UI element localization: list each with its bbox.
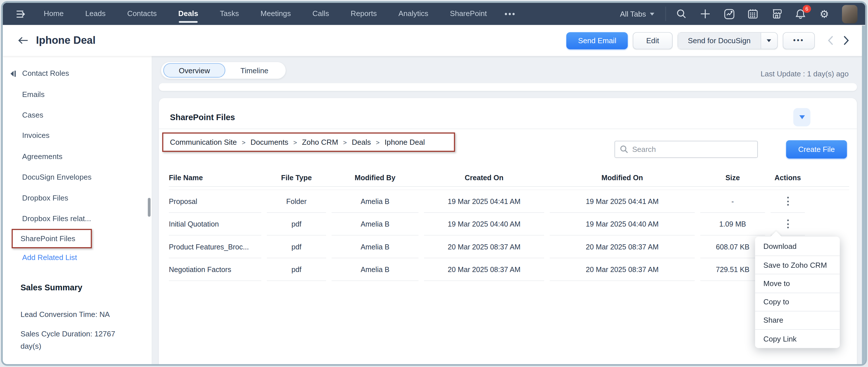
sidebar-scrollbar[interactable] — [148, 198, 151, 217]
row-actions-icon[interactable] — [782, 194, 794, 208]
file-type: pdf — [267, 213, 326, 235]
breadcrumb-documents[interactable]: Documents — [251, 138, 288, 146]
docusign-dropdown-toggle[interactable] — [761, 32, 777, 48]
sidebar-item-label: Dropbox Files — [22, 194, 68, 202]
file-name[interactable]: Product Features_Broc... — [169, 235, 261, 258]
file-search — [615, 141, 758, 158]
tab-timeline[interactable]: Timeline — [225, 63, 283, 78]
lead-conversion-time: Lead Conversion Time: NA — [21, 310, 152, 319]
breadcrumb-communication-site[interactable]: Communication Site — [170, 138, 237, 146]
breadcrumb-zoho-crm[interactable]: Zoho CRM — [302, 138, 338, 146]
view-tabs: Overview Timeline — [161, 62, 286, 79]
menu-item-move-to[interactable]: Move to — [755, 274, 840, 292]
nav-divider — [665, 7, 666, 21]
next-record-icon[interactable] — [842, 35, 850, 46]
table-row[interactable]: Initial Quotation pdf Amelia B 19 Mar 20… — [169, 213, 857, 235]
sidebar-item-label: SharePoint Files — [21, 234, 75, 243]
sidebar-item-invoices[interactable]: Invoices — [3, 125, 152, 146]
sidebar-item-docusign-envelopes[interactable]: DocuSign Envelopes — [3, 167, 152, 187]
nav-collapse-icon[interactable] — [15, 8, 27, 20]
breadcrumb-separator: > — [376, 139, 380, 145]
sidebar-item-cases[interactable]: Cases — [3, 105, 152, 125]
previous-record-icon[interactable] — [827, 35, 834, 46]
col-created-on: Created On — [424, 170, 544, 185]
signals-icon[interactable] — [723, 8, 735, 20]
avatar[interactable] — [842, 5, 858, 23]
breadcrumb-iphone-deal[interactable]: Iphone Deal — [384, 138, 425, 146]
nav-item-contacts[interactable]: Contacts — [127, 3, 157, 25]
more-actions-button[interactable]: ••• — [782, 32, 815, 49]
sidebar-item-dropbox-files[interactable]: Dropbox Files — [3, 188, 152, 208]
file-name[interactable]: Proposal — [169, 190, 261, 213]
sidebar-item-label: Dropbox Files relat... — [22, 215, 91, 223]
file-name[interactable]: Negotiation Factors — [169, 258, 261, 281]
table-row[interactable]: Proposal Folder Amelia B 19 Mar 2025 04:… — [169, 190, 857, 213]
screen: Home Leads Contacts Deals Tasks Meetings… — [0, 0, 868, 367]
section-title: SharePoint Files — [170, 112, 235, 122]
all-tabs-dropdown[interactable]: All Tabs — [620, 10, 654, 18]
col-file-name: File Name — [169, 170, 261, 185]
menu-item-save-to-zoho-crm[interactable]: Save to Zoho CRM — [755, 256, 840, 274]
search-input[interactable] — [632, 145, 757, 153]
breadcrumb-separator: > — [343, 139, 347, 145]
notifications-icon[interactable]: 6 — [795, 8, 806, 20]
nav-item-leads[interactable]: Leads — [85, 3, 105, 25]
nav-right-cluster: All Tabs — [620, 5, 858, 23]
menu-item-copy-to[interactable]: Copy to — [755, 292, 840, 311]
window-scrollbar[interactable] — [862, 25, 865, 364]
collapse-panel-icon — [10, 70, 16, 77]
menu-item-copy-link[interactable]: Copy Link — [755, 329, 840, 347]
sales-summary-title: Sales Summary — [21, 283, 152, 292]
search-icon[interactable] — [676, 8, 687, 20]
chevron-down-icon — [799, 115, 805, 119]
chevron-down-icon — [650, 12, 655, 16]
send-email-button[interactable]: Send Email — [566, 32, 628, 49]
table-row[interactable]: Negotiation Factors pdf Amelia B 20 Mar … — [169, 258, 857, 281]
table-header: File Name File Type Modified By Created … — [169, 170, 857, 185]
nav-item-deals[interactable]: Deals — [178, 3, 198, 25]
nav-item-calls[interactable]: Calls — [313, 3, 329, 25]
created-on: 20 Mar 2025 08:37 AM — [424, 235, 544, 258]
previous-card-edge — [159, 83, 857, 91]
modified-by: Amelia B — [332, 258, 418, 281]
nav-item-reports[interactable]: Reports — [350, 3, 377, 25]
tab-overview[interactable]: Overview — [163, 63, 226, 78]
add-related-list-link[interactable]: Add Related List — [22, 253, 77, 262]
nav-item-home[interactable]: Home — [44, 3, 64, 25]
settings-icon[interactable]: ⚙ — [819, 8, 830, 20]
sidebar-item-sharepoint-files[interactable]: SharePoint Files — [12, 229, 92, 248]
nav-item-meetings[interactable]: Meetings — [260, 3, 291, 25]
nav-item-tasks[interactable]: Tasks — [220, 3, 239, 25]
body: Contact Roles Emails Cases Invoices Agre… — [3, 56, 865, 364]
back-arrow-icon[interactable] — [16, 34, 29, 47]
nav-item-sharepoint[interactable]: SharePoint — [450, 3, 487, 25]
record-header: Iphone Deal Send Email Edit Send for Doc… — [3, 25, 865, 56]
sidebar-item-contact-roles[interactable]: Contact Roles — [3, 63, 152, 84]
file-name[interactable]: Initial Quotation — [169, 213, 261, 235]
nav-item-analytics[interactable]: Analytics — [398, 3, 428, 25]
sidebar-item-dropbox-files-related[interactable]: Dropbox Files relat... — [3, 208, 152, 229]
create-file-button[interactable]: Create File — [786, 140, 847, 159]
nav-overflow-icon[interactable]: ••• — [504, 9, 516, 18]
marketplace-icon[interactable] — [771, 8, 782, 20]
app-window: Home Leads Contacts Deals Tasks Meetings… — [1, 1, 867, 366]
edit-button[interactable]: Edit — [633, 32, 672, 49]
table-row[interactable]: Product Features_Broc... pdf Amelia B 20… — [169, 235, 857, 258]
sidebar-item-label: DocuSign Envelopes — [22, 173, 92, 181]
chevron-down-icon — [767, 39, 771, 42]
collapse-section-button[interactable] — [793, 108, 810, 126]
top-nav: Home Leads Contacts Deals Tasks Meetings… — [3, 3, 865, 25]
row-actions-icon[interactable] — [782, 217, 794, 231]
menu-item-share[interactable]: Share — [755, 311, 840, 329]
created-on: 19 Mar 2025 04:40 AM — [424, 213, 544, 235]
add-icon[interactable] — [700, 8, 711, 20]
sidebar-item-emails[interactable]: Emails — [3, 84, 152, 105]
modified-by: Amelia B — [332, 190, 418, 213]
sidebar-item-agreements[interactable]: Agreements — [3, 146, 152, 167]
calendar-icon[interactable] — [747, 8, 758, 20]
breadcrumb: Communication Site > Documents > Zoho CR… — [162, 133, 455, 152]
breadcrumb-deals[interactable]: Deals — [352, 138, 371, 146]
menu-item-download[interactable]: Download — [755, 237, 840, 255]
file-actions-menu: Download Save to Zoho CRM Move to Copy t… — [755, 236, 840, 348]
send-for-docusign-label[interactable]: Send for DocuSign — [678, 32, 761, 48]
